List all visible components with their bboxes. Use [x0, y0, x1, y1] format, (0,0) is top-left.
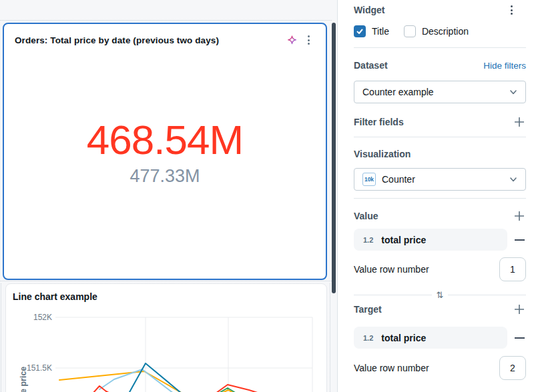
counter-widget-title: Orders: Total price by date (previous tw…: [15, 35, 286, 45]
value-section-label: Value: [354, 211, 378, 221]
add-filter-field-button[interactable]: [513, 115, 526, 129]
counter-viz-icon: 10k: [362, 173, 376, 186]
filter-fields-label: Filter fields: [354, 117, 404, 127]
dataset-selected-value: Counter example: [362, 87, 509, 97]
divider: [354, 295, 432, 295]
description-checkbox[interactable]: [404, 25, 416, 37]
panel-title: Widget: [354, 5, 385, 15]
visualization-label: Visualization: [354, 149, 411, 159]
dashboard-editor: Orders: Total price by date (previous tw…: [0, 0, 534, 392]
grid-guide: [1, 283, 1, 392]
title-checkbox[interactable]: [354, 25, 366, 37]
value-field-pill[interactable]: 1.2 total price: [354, 229, 507, 251]
line-chart-widget[interactable]: 152K151.5Ke price Line chart example: [5, 283, 327, 392]
target-field-name: total price: [381, 333, 426, 343]
divider: [354, 47, 526, 48]
grid-guide: [330, 283, 330, 392]
target-row-number-label: Value row number: [354, 363, 429, 373]
value-row-number-input[interactable]: [499, 257, 526, 281]
divider: [354, 137, 526, 137]
grid-guide: [0, 281, 332, 281]
target-row-number-input[interactable]: [499, 356, 526, 380]
remove-target-field-button[interactable]: [513, 331, 526, 345]
line-chart-title: Line chart example: [13, 291, 97, 302]
counter-body: 468.54M 477.33M: [4, 46, 326, 279]
target-section-label: Target: [354, 304, 382, 315]
chevron-down-icon: [509, 88, 517, 96]
numeric-type-icon: 1.2: [363, 236, 373, 244]
visualization-selected-value: Counter: [382, 174, 509, 185]
svg-text:152K: 152K: [33, 313, 52, 322]
counter-target-value: 477.33M: [129, 167, 200, 185]
panel-menu-icon[interactable]: [509, 4, 514, 16]
assistant-sparkle-icon[interactable]: [286, 35, 298, 46]
hide-filters-link[interactable]: Hide filters: [483, 61, 526, 71]
chevron-down-icon: [509, 175, 517, 183]
visualization-select[interactable]: 10k Counter: [354, 168, 526, 191]
value-row-number-label: Value row number: [354, 264, 429, 275]
dataset-label: Dataset: [354, 60, 388, 71]
widget-menu-icon[interactable]: [306, 34, 311, 46]
svg-text:151.5K: 151.5K: [27, 363, 52, 373]
description-checkbox-label: Description: [422, 26, 469, 37]
add-value-field-button[interactable]: [513, 209, 526, 223]
svg-text:e price: e price: [19, 367, 28, 392]
target-field-pill[interactable]: 1.2 total price: [354, 327, 507, 349]
title-checkbox-label: Title: [372, 26, 389, 37]
dashboard-canvas: Orders: Total price by date (previous tw…: [0, 0, 337, 392]
value-field-name: total price: [381, 235, 426, 245]
grid-guide: [0, 20, 332, 21]
counter-widget-header: Orders: Total price by date (previous tw…: [4, 24, 326, 46]
widget-config-panel: Widget Title Description Dataset Hide fi…: [337, 0, 534, 392]
add-target-field-button[interactable]: [513, 303, 526, 316]
swap-value-target-icon[interactable]: ⇅: [432, 291, 449, 299]
divider: [448, 295, 526, 295]
canvas-scrollbar[interactable]: [332, 23, 336, 293]
divider: [354, 198, 526, 199]
remove-value-field-button[interactable]: [513, 233, 526, 247]
counter-value: 468.54M: [87, 119, 243, 161]
dataset-select[interactable]: Counter example: [354, 81, 526, 103]
numeric-type-icon: 1.2: [363, 334, 373, 342]
counter-widget[interactable]: Orders: Total price by date (previous tw…: [3, 23, 327, 280]
